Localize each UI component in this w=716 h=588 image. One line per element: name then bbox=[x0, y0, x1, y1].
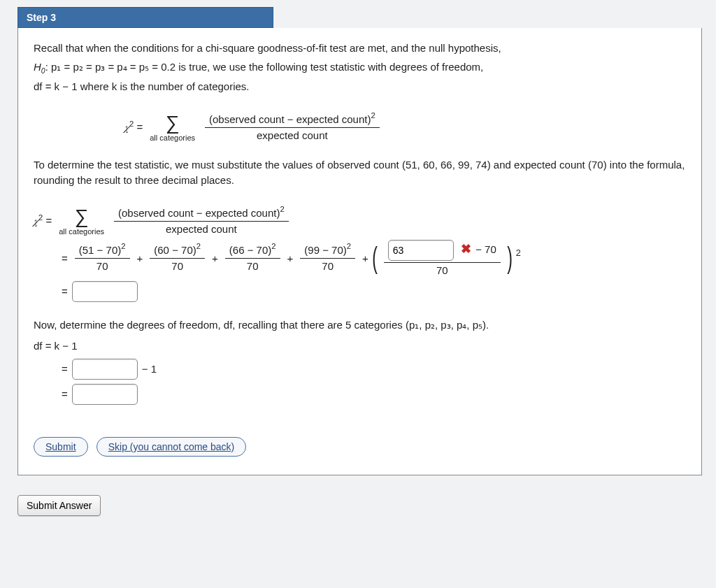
submit-button[interactable]: Submit bbox=[34, 437, 88, 457]
intro-line-1: Recall that when the conditions for a ch… bbox=[34, 41, 686, 57]
chi-square-expanded-def: 𝜒2 = ∑ all categories (observed count − … bbox=[34, 207, 686, 236]
open-paren-icon: ( bbox=[372, 243, 378, 273]
chi-square-formula-def: 𝜒2 = ∑ all categories (observed count − … bbox=[124, 113, 686, 142]
frac-term-1: (51 − 70)2 70 bbox=[75, 244, 130, 273]
df-text: Now, determine the degrees of freedom, d… bbox=[34, 317, 686, 334]
step-panel: Recall that when the conditions for a ch… bbox=[17, 28, 702, 475]
chi-square-result-input[interactable] bbox=[72, 281, 138, 302]
df-k-input-row: = − 1 bbox=[62, 359, 686, 380]
sigma-icon: ∑ all categories bbox=[150, 113, 195, 142]
df-result-row: = bbox=[62, 384, 686, 405]
chi-square-substitution: = (51 − 70)2 70 + (60 − 70)2 70 + (66 − … bbox=[62, 240, 686, 277]
step-label: Step 3 bbox=[27, 12, 56, 23]
df-result-input[interactable] bbox=[72, 384, 138, 405]
skip-button[interactable]: Skip (you cannot come back) bbox=[96, 437, 247, 457]
h0-symbol: H0 bbox=[34, 61, 45, 73]
intro-line-2: H0: p₁ = p₂ = p₃ = p₄ = p₅ = 0.2 is true… bbox=[34, 59, 686, 77]
close-paren-icon: ) bbox=[507, 243, 513, 273]
frac-term-5: ✖ − 70 70 bbox=[384, 240, 501, 277]
intro-line-3: df = k − 1 where k is the number of cate… bbox=[34, 79, 686, 95]
observed-count-5-input[interactable] bbox=[388, 240, 454, 261]
frac-term-4: (99 − 70)2 70 bbox=[300, 244, 355, 273]
wrong-icon: ✖ bbox=[461, 242, 471, 256]
df-k-input[interactable] bbox=[72, 359, 138, 380]
step-buttons: Submit Skip (you cannot come back) bbox=[34, 437, 686, 457]
chi-square-result-row: = bbox=[62, 281, 686, 302]
formula-fraction: (observed count − expected count)2 expec… bbox=[205, 113, 380, 142]
step-header: Step 3 bbox=[17, 7, 273, 28]
mid-text: To determine the test statistic, we must… bbox=[34, 157, 686, 189]
sigma-icon: ∑ all categories bbox=[59, 207, 104, 236]
frac-term-3: (66 − 70)2 70 bbox=[225, 244, 280, 273]
submit-answer-button[interactable]: Submit Answer bbox=[17, 495, 101, 516]
df-eq-1: df = k − 1 bbox=[34, 338, 686, 354]
frac-term-2: (60 − 70)2 70 bbox=[150, 244, 205, 273]
